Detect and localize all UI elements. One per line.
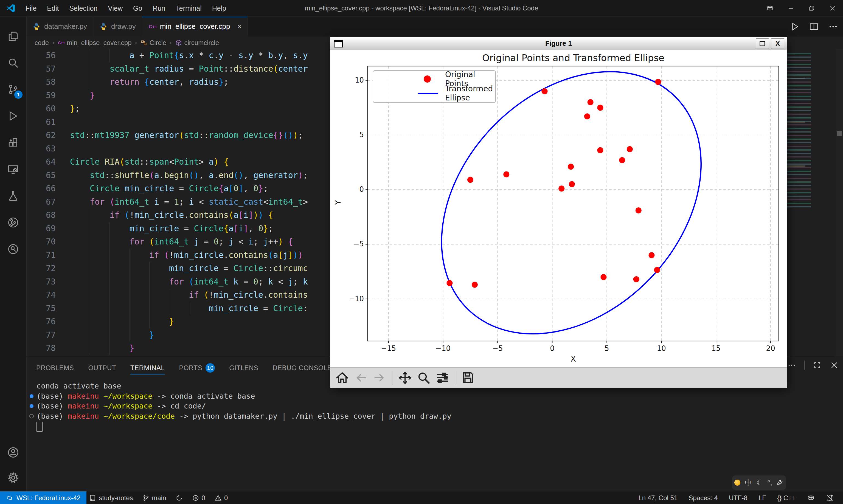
- indent-guide: [129, 302, 130, 315]
- status-label: Spaces: 4: [688, 494, 718, 502]
- status-study-notes[interactable]: study-notes: [87, 491, 136, 504]
- punct-mode[interactable]: °,: [767, 479, 772, 487]
- sidebar-item-remote-explorer[interactable]: [0, 157, 26, 181]
- breadcrumb-item[interactable]: ›C++min_ellipse_cover.cpp: [49, 39, 131, 47]
- home-button[interactable]: [335, 370, 350, 385]
- menu-selection[interactable]: Selection: [64, 0, 103, 16]
- panel-tab-terminal[interactable]: TERMINAL: [130, 357, 165, 379]
- lang-zh[interactable]: 中: [745, 478, 752, 488]
- status-copilot[interactable]: [804, 491, 818, 504]
- ports-badge: 10: [205, 363, 215, 373]
- more-icon[interactable]: [787, 361, 796, 370]
- breadcrumb-item[interactable]: ›Circle: [132, 39, 166, 47]
- input-active-dot[interactable]: [734, 480, 740, 486]
- menu-run[interactable]: Run: [147, 0, 171, 16]
- status-bell[interactable]: [823, 491, 837, 504]
- sidebar-item-gitlens[interactable]: [0, 211, 26, 235]
- indent-guide: [90, 288, 90, 302]
- menu-file[interactable]: File: [20, 0, 42, 16]
- remote-indicator[interactable]: WSL: FedoraLinux-42: [0, 491, 87, 504]
- forward-button[interactable]: [372, 370, 387, 385]
- sidebar-item-account[interactable]: [0, 440, 26, 465]
- panel-tab-problems[interactable]: PROBLEMS: [36, 357, 74, 379]
- status-sync[interactable]: [173, 491, 185, 504]
- subplots-button[interactable]: [435, 370, 450, 385]
- code-tokens: Circle RIA(std::span<Point> a) {: [70, 155, 229, 169]
- more-button[interactable]: [828, 22, 838, 32]
- line-number: 64: [26, 155, 70, 169]
- scatter-point: [627, 146, 633, 152]
- panel-tab-ports[interactable]: PORTS10: [179, 357, 215, 379]
- split-editor-button[interactable]: [809, 22, 819, 32]
- tab-min_ellipse_cover.cpp[interactable]: C++min_ellipse_cover.cpp×: [142, 16, 248, 36]
- code-tokens: }: [70, 328, 154, 342]
- code-tokens: }: [70, 315, 174, 328]
- sidebar-item-testing[interactable]: [0, 184, 26, 208]
- indent-guide: [189, 302, 189, 315]
- tab-datamaker.py[interactable]: datamaker.py: [26, 16, 93, 36]
- panel-tab-debug-console[interactable]: DEBUG CONSOLE: [272, 357, 332, 379]
- x-tick-label: 5: [605, 344, 609, 353]
- fullwidth-moon[interactable]: ☾: [756, 479, 763, 487]
- zoom-rect-button[interactable]: [416, 370, 431, 385]
- sidebar-item-settings[interactable]: [0, 466, 26, 490]
- line-number: 77: [26, 328, 70, 342]
- fcitx-tray[interactable]: 中☾°,: [732, 475, 786, 490]
- pan-button[interactable]: [397, 370, 413, 385]
- line-number: 63: [26, 142, 70, 156]
- line-number: 73: [26, 275, 70, 289]
- config-wrench[interactable]: [776, 479, 784, 486]
- sidebar-item-explorer[interactable]: [0, 24, 26, 48]
- figure-canvas[interactable]: Original Points and Transformed Ellipse …: [330, 50, 787, 367]
- editor-tabs: datamaker.pydraw.pyC++min_ellipse_cover.…: [26, 16, 843, 36]
- error-icon: [192, 494, 199, 502]
- command-status-icon: [26, 411, 36, 421]
- minimize-icon[interactable]: [781, 0, 801, 16]
- sidebar-item-gitlens-inspect[interactable]: [0, 237, 26, 261]
- code-tokens: if (!min_circle.contains: [70, 288, 308, 302]
- panel-actions-divider: [804, 361, 805, 370]
- status--c-[interactable]: {} C++: [774, 491, 799, 504]
- maximize-panel-icon[interactable]: [813, 361, 822, 370]
- sidebar-item-run-debug[interactable]: [0, 104, 26, 128]
- status-ln-47-col-51[interactable]: Ln 47, Col 51: [635, 491, 680, 504]
- status-lf[interactable]: LF: [756, 491, 769, 504]
- breadcrumb-item[interactable]: ›circumcircle: [166, 39, 219, 47]
- run-button[interactable]: [790, 22, 800, 32]
- terminal-cursor[interactable]: [36, 422, 42, 432]
- figure-title-bar[interactable]: Figure 1 X: [330, 37, 787, 50]
- menu-help[interactable]: Help: [207, 0, 231, 16]
- tab-draw.py[interactable]: draw.py: [93, 16, 142, 36]
- code-tokens: if (!min_circle.contains(a[j])): [70, 249, 303, 262]
- tab-close-icon[interactable]: ×: [237, 22, 241, 31]
- save-button[interactable]: [460, 370, 476, 385]
- close-icon[interactable]: [822, 0, 843, 16]
- status-utf-8[interactable]: UTF-8: [726, 491, 750, 504]
- menu-go[interactable]: Go: [128, 0, 147, 16]
- code-tokens: std::shuffle(a.begin(), a.end(), generat…: [70, 169, 308, 182]
- menu-view[interactable]: View: [103, 0, 128, 16]
- breadcrumb-item[interactable]: code: [35, 39, 49, 47]
- status-main[interactable]: main: [140, 491, 169, 504]
- terminal[interactable]: conda activate base(base) makeinu ~/work…: [26, 381, 843, 491]
- menu-terminal[interactable]: Terminal: [171, 0, 207, 16]
- figure-close-button[interactable]: X: [771, 38, 784, 49]
- sidebar-item-extensions[interactable]: [0, 131, 26, 155]
- menu-edit[interactable]: Edit: [42, 0, 64, 16]
- restore-icon[interactable]: [801, 0, 822, 16]
- figure-maximize-button[interactable]: [756, 38, 769, 49]
- back-button[interactable]: [353, 370, 369, 385]
- status-0[interactable]: 0: [189, 491, 208, 504]
- line-number: 60: [26, 102, 70, 115]
- copilot-icon[interactable]: [759, 0, 781, 16]
- panel-tab-gitlens[interactable]: GITLENS: [229, 357, 258, 379]
- status-spaces-4[interactable]: Spaces: 4: [686, 491, 721, 504]
- close-panel-icon[interactable]: [830, 361, 839, 370]
- indent-guide: [90, 235, 90, 249]
- panel-tab-output[interactable]: OUTPUT: [88, 357, 116, 379]
- indent-guide: [109, 288, 110, 302]
- scatter-point: [503, 171, 509, 177]
- sidebar-item-search[interactable]: [0, 51, 26, 75]
- status-0[interactable]: 0: [212, 491, 231, 504]
- sidebar-item-source-control[interactable]: 1: [0, 77, 26, 102]
